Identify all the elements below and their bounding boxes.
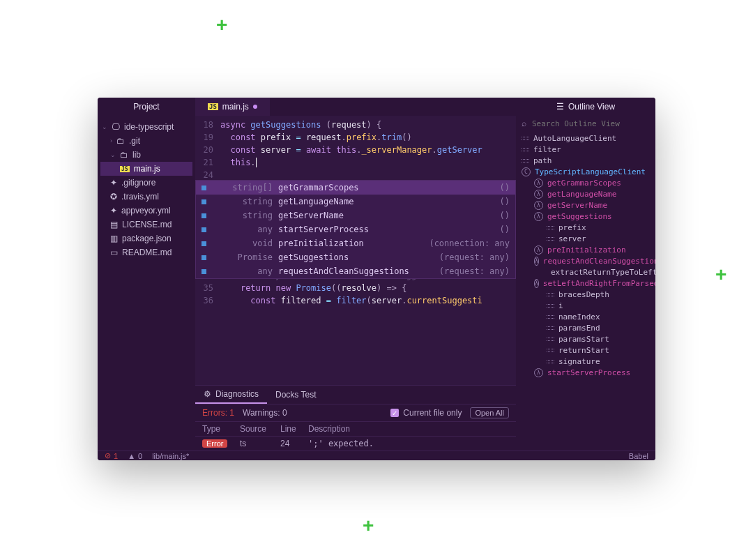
tab-mainjs[interactable]: JS main.js: [195, 98, 270, 116]
tree-item[interactable]: ▤LICENSE.md: [100, 218, 192, 232]
status-errors[interactable]: ⊘ 1: [105, 451, 118, 460]
outline-item-label: path: [533, 156, 552, 165]
tree-item-label: appveyor.yml: [121, 206, 171, 215]
function-icon: λ: [534, 179, 543, 188]
outline-item-label: AutoLanguageClient: [533, 134, 616, 143]
status-warnings[interactable]: ▲ 0: [128, 452, 142, 460]
error-badge: Error: [202, 439, 227, 448]
method-icon: [201, 241, 206, 246]
variable-icon: [547, 360, 554, 363]
outline-item[interactable]: extractReturnTypeToLeft: [519, 266, 653, 278]
decor-plus-icon: +: [216, 14, 227, 36]
sidebar-title: Project: [98, 98, 195, 116]
outline-item[interactable]: server: [519, 233, 653, 244]
tree-item[interactable]: ▥package.json: [100, 232, 192, 245]
outline-item[interactable]: CTypeScriptLanguageClient: [519, 166, 653, 177]
tree-item-label: .gitignore: [121, 178, 155, 188]
open-all-button[interactable]: Open All: [470, 407, 509, 418]
outline-item[interactable]: i: [519, 300, 653, 311]
diagnostic-row[interactable]: Error ts 24 ';' expected.: [195, 437, 516, 451]
warnings-count: Warnings: 0: [243, 408, 287, 418]
variable-icon: [522, 148, 529, 151]
autocomplete-popup[interactable]: string[] getGrammarScopes () string getL…: [195, 180, 516, 279]
js-icon: JS: [208, 103, 218, 110]
outline-item[interactable]: λsetLeftAndRightFromParsed: [519, 278, 653, 289]
tree-item[interactable]: ›🗀.git: [100, 134, 192, 148]
outline-item[interactable]: λpreInitialization: [519, 244, 653, 255]
book-icon: ▭: [110, 248, 118, 257]
tree-item-label: lib: [132, 150, 141, 160]
method-icon: [201, 269, 206, 274]
autocomplete-item[interactable]: string getServerName (): [196, 209, 515, 222]
outline-item[interactable]: path: [519, 155, 653, 166]
outline-item[interactable]: paramsEnd: [519, 322, 653, 333]
gear-icon: ✦: [110, 178, 117, 188]
outline-item-label: TypeScriptLanguageClient: [535, 167, 646, 176]
method-icon: [201, 255, 206, 260]
ide-window: Project JS main.js ☰ Outline View ⌄ 🖵 id…: [98, 98, 655, 460]
function-icon: λ: [534, 279, 539, 288]
current-file-checkbox[interactable]: ✓: [390, 409, 399, 417]
outline-item-label: signature: [558, 357, 600, 366]
outline-title: ☰ Outline View: [516, 98, 655, 116]
outline-item-label: server: [558, 234, 586, 243]
tree-item[interactable]: ⌄🗀lib: [100, 148, 192, 162]
method-icon: [201, 227, 206, 232]
autocomplete-item[interactable]: string[] getGrammarScopes (): [196, 181, 515, 195]
tree-item-label: README.md: [122, 248, 172, 257]
tree-root[interactable]: ⌄ 🖵 ide-typescript: [100, 120, 192, 134]
autocomplete-item[interactable]: Promise getSuggestions (request: any): [196, 250, 515, 264]
outline-item[interactable]: λrequestAndCleanSuggestions: [519, 255, 653, 266]
device-icon: 🖵: [112, 122, 120, 132]
outline-item[interactable]: returnStart: [519, 345, 653, 356]
outline-item-label: bracesDepth: [558, 290, 609, 299]
method-icon: [201, 186, 206, 190]
outline-item-label: getGrammarScopes: [547, 179, 621, 188]
outline-item-label: startServerProcess: [547, 368, 630, 377]
tree-item-label: main.js: [134, 164, 160, 174]
outline-item[interactable]: λgetLanguageName: [519, 188, 653, 199]
autocomplete-item[interactable]: void preInitialization (connection: any: [196, 236, 515, 250]
autocomplete-item[interactable]: any requestAndCleanSuggestions (request:…: [196, 264, 515, 278]
tree-item[interactable]: ✦appveyor.yml: [100, 204, 192, 218]
project-tree[interactable]: ⌄ 🖵 ide-typescript ›🗀.git⌄🗀libJSmain.js✦…: [98, 116, 195, 451]
docks-test-tab[interactable]: Docks Test: [267, 386, 324, 404]
function-icon: λ: [534, 190, 543, 199]
js-icon: JS: [120, 166, 130, 172]
tree-item-label: .git: [129, 136, 140, 146]
outline-item[interactable]: signature: [519, 356, 653, 367]
outline-list[interactable]: AutoLanguageClientfilterpathCTypeScriptL…: [516, 131, 655, 451]
diagnostics-tab[interactable]: ⚙ Diagnostics: [195, 386, 267, 404]
tree-item[interactable]: ▭README.md: [100, 245, 192, 259]
decor-plus-icon: +: [715, 264, 727, 286]
outline-item-label: nameIndex: [558, 312, 600, 321]
tree-item[interactable]: ✦.gitignore: [100, 176, 192, 190]
tree-item[interactable]: JSmain.js: [100, 162, 192, 176]
variable-icon: [547, 326, 554, 330]
outline-item[interactable]: bracesDepth: [519, 289, 653, 300]
travis-icon: ✪: [110, 192, 117, 202]
outline-item[interactable]: prefix: [519, 222, 653, 233]
outline-item[interactable]: λgetServerName: [519, 199, 653, 211]
outline-search-input[interactable]: [532, 119, 650, 128]
outline-item[interactable]: AutoLanguageClient: [519, 133, 653, 144]
outline-item[interactable]: λstartServerProcess: [519, 367, 653, 378]
dirty-dot-icon: [253, 105, 257, 109]
status-language[interactable]: Babel: [629, 452, 648, 460]
current-file-label: Current file only: [403, 408, 462, 418]
tree-item-label: LICENSE.md: [122, 220, 172, 229]
outline-item[interactable]: λgetSuggestions: [519, 211, 653, 222]
variable-icon: [547, 293, 554, 296]
outline-item-label: i: [558, 301, 563, 310]
tree-item[interactable]: ✪.travis.yml: [100, 190, 192, 204]
autocomplete-item[interactable]: any startServerProcess (): [196, 222, 515, 236]
outline-item[interactable]: filter: [519, 144, 653, 155]
outline-item-label: extractReturnTypeToLeft: [551, 268, 655, 277]
chevron-icon: ›: [110, 137, 112, 144]
autocomplete-item[interactable]: string getLanguageName (): [196, 195, 515, 209]
variable-icon: [547, 237, 554, 241]
outline-item[interactable]: paramsStart: [519, 333, 653, 345]
outline-item[interactable]: nameIndex: [519, 311, 653, 322]
outline-item[interactable]: λgetGrammarScopes: [519, 177, 653, 188]
status-path[interactable]: lib/main.js*: [152, 452, 189, 460]
